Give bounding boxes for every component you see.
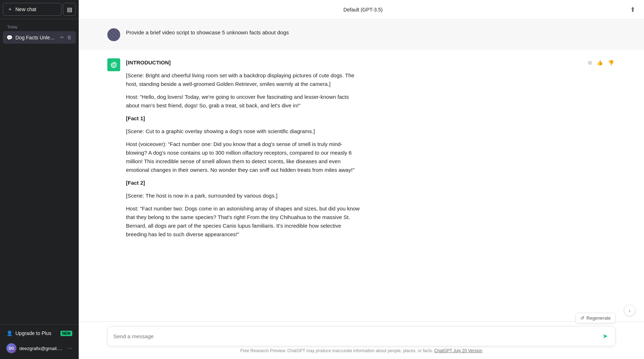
person-icon: 👤 [6,330,13,336]
scroll-down-icon: ↓ [629,307,631,313]
model-label: Default (GPT-3.5) [343,7,383,13]
chat-history: Today 💬 Dog Facts Unleashed ✏ 🗑 [0,19,79,324]
more-icon: ··· [68,345,72,351]
today-section-label: Today [3,20,76,31]
regenerate-button[interactable]: ↺ Regenerate [576,313,615,323]
send-icon: ➤ [602,333,608,340]
user-avatar: DG [6,343,16,353]
footer-main-text: Free Research Preview. ChatGPT may produ… [240,348,433,353]
sidebar-toggle-button[interactable]: ▤ [63,3,76,16]
trash-icon: 🗑 [67,35,72,40]
sidebar: ＋ New chat ▤ Today 💬 Dog Facts Unleashed… [0,0,79,359]
history-item-dog-facts[interactable]: 💬 Dog Facts Unleashed ✏ 🗑 [3,31,76,44]
copy-message-button[interactable]: ⧉ [587,58,593,67]
message-input[interactable] [113,333,598,339]
message-input-wrapper: ➤ [107,326,615,346]
scene-intro: [Scene: Bright and cheerful living room … [126,71,362,88]
chat-bubble-icon: 💬 [6,35,13,40]
history-item-label: Dog Facts Unleashed [15,35,57,40]
user-avatar-visual [107,28,120,41]
regenerate-icon: ↺ [580,315,584,321]
copy-icon: ⧉ [588,60,592,66]
upgrade-to-plus-button[interactable]: 👤 Upgrade to Plus NEW [3,328,76,339]
introduction-tag: [INTRODUCTION] [126,59,171,66]
send-button[interactable]: ➤ [601,331,609,341]
scene-fact2: [Scene: The host is now in a park, surro… [126,191,362,200]
sidebar-top: ＋ New chat ▤ [0,0,79,19]
assistant-message-row: [INTRODUCTION] [Scene: Bright and cheerf… [79,50,644,247]
history-actions: ✏ 🗑 [59,34,72,41]
thumbs-down-icon: 👎 [608,60,614,66]
scene-fact1: [Scene: Cut to a graphic overlay showing… [126,127,362,136]
new-badge: NEW [60,331,72,336]
thumbs-up-icon: 👍 [597,60,603,66]
edit-icon: ✏ [60,35,64,40]
user-message-text: Provide a brief video script to showcase… [126,28,362,37]
footer-link[interactable]: ChatGPT July 20 Version [434,348,483,353]
user-avatar-msg [107,28,120,41]
regenerate-label: Regenerate [586,315,611,321]
chat-area[interactable]: Provide a brief video script to showcase… [79,20,644,321]
edit-chat-button[interactable]: ✏ [59,34,65,41]
new-chat-label: New chat [15,6,36,12]
new-chat-button[interactable]: ＋ New chat [3,3,62,16]
openai-logo-icon [111,62,117,68]
share-button[interactable]: ⬆ [629,4,637,15]
host-fact2: Host: "Fact number two: Dogs come in an … [126,204,362,239]
scroll-down-button[interactable]: ↓ [624,305,635,316]
header: Default (GPT-3.5) ⬆ [79,0,644,20]
assistant-message-content: [INTRODUCTION] [Scene: Bright and cheerf… [126,58,362,239]
delete-chat-button[interactable]: 🗑 [66,34,72,41]
thumbs-up-button[interactable]: 👍 [595,58,604,67]
user-row[interactable]: DG deezgrafix@gmail.com ··· [3,340,76,356]
new-chat-plus-icon: ＋ [8,6,13,13]
user-email: deezgrafix@gmail.com [19,346,65,351]
footer-text: Free Research Preview. ChatGPT may produ… [107,346,615,356]
input-area: ➤ Free Research Preview. ChatGPT may pro… [79,321,644,359]
fact1-tag: [Fact 1] [126,115,145,121]
share-icon: ⬆ [630,6,635,13]
thumbs-down-button[interactable]: 👎 [606,58,615,67]
sidebar-bottom: 👤 Upgrade to Plus NEW DG deezgrafix@gmai… [0,324,79,359]
sidebar-toggle-icon: ▤ [67,6,72,13]
user-more-button[interactable]: ··· [68,345,72,351]
upgrade-label: Upgrade to Plus [15,330,51,336]
gpt-avatar [107,58,120,71]
assistant-message-actions: ⧉ 👍 👎 [587,58,615,239]
user-avatar-image: DG [6,343,16,353]
host-fact1: Host (voiceover): "Fact number one: Did … [126,140,362,174]
main-area: Default (GPT-3.5) ⬆ Provide a brief vide… [79,0,644,359]
host-intro: Host: "Hello, dog lovers! Today, we're g… [126,93,362,110]
fact2-tag: [Fact 2] [126,180,145,186]
user-message-row: Provide a brief video script to showcase… [79,20,644,50]
user-message-content: Provide a brief video script to showcase… [126,28,362,41]
